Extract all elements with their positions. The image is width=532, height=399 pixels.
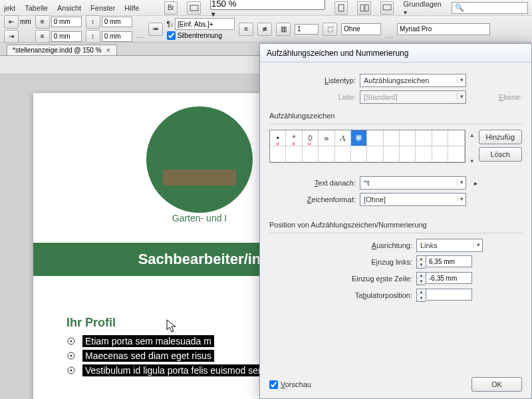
- glyph-cell[interactable]: •u: [270, 130, 286, 146]
- text-after-input[interactable]: ^t▾: [360, 176, 466, 190]
- glyph-cell[interactable]: [384, 146, 400, 162]
- scroll-down-icon[interactable]: ▼: [469, 158, 475, 164]
- preview-label: Vorschau: [281, 380, 311, 388]
- glyph-cell[interactable]: [448, 146, 464, 162]
- list-label: Liste:: [269, 93, 356, 101]
- svg-point-10: [70, 370, 72, 372]
- menu-item[interactable]: Ansicht: [57, 4, 81, 12]
- space-input[interactable]: [102, 17, 132, 27]
- glyph-cell[interactable]: [432, 130, 448, 146]
- first-indent-icon[interactable]: ≡: [35, 15, 50, 29]
- screen-mode-icon[interactable]: [380, 1, 394, 15]
- glyph-cell[interactable]: A: [335, 130, 351, 146]
- listtype-select[interactable]: Aufzählungszeichen▾: [360, 74, 466, 87]
- zoom-input[interactable]: [210, 0, 325, 10]
- flyout-icon[interactable]: ▸: [474, 180, 477, 187]
- search-field[interactable]: 🔍: [452, 2, 528, 14]
- glyph-cell[interactable]: [351, 146, 367, 162]
- glyph-cell[interactable]: [367, 130, 383, 146]
- alignment-label: Ausrichtung:: [269, 241, 412, 249]
- list-select: [Standard]▾: [360, 90, 466, 104]
- zoom-field[interactable]: ▼: [210, 0, 325, 18]
- tabpos-input[interactable]: [426, 289, 472, 301]
- stock-icon[interactable]: [187, 1, 201, 15]
- menubar: jekt Tabelle Ansicht Fenster Hilfe Br ▼ …: [0, 0, 532, 16]
- span-select[interactable]: Ohne: [341, 23, 381, 35]
- columns-icon[interactable]: ▥: [276, 23, 291, 36]
- spin-down-icon[interactable]: ▼: [417, 295, 426, 301]
- menu-item[interactable]: Hilfe: [124, 4, 139, 12]
- spin-down-icon[interactable]: ▼: [417, 262, 426, 268]
- first-indent-field[interactable]: ▲▼: [416, 272, 472, 285]
- charformat-select[interactable]: [Ohne]▾: [360, 193, 466, 206]
- glyph-cell[interactable]: [416, 146, 432, 162]
- spin-up-icon[interactable]: ▲: [417, 273, 426, 279]
- delete-button[interactable]: Lösch: [479, 147, 522, 162]
- space-before-icon[interactable]: ↕: [86, 15, 100, 29]
- control-panel: ⇤mm ⇥ ≡ ≡ ↕ ↕ ≔ ¶↓[Einf. Abs.]+ Silbentr…: [0, 16, 532, 43]
- hyphenation-checkbox[interactable]: [167, 31, 176, 40]
- add-button[interactable]: Hinzufüg: [479, 130, 522, 144]
- bullets-icon[interactable]: ≔: [148, 23, 163, 36]
- charformat-label: Zeichenformat:: [269, 196, 356, 203]
- baseline-off-icon[interactable]: ≢: [257, 23, 272, 36]
- span-icon[interactable]: ⬚: [323, 23, 337, 36]
- menu-item[interactable]: Tabelle: [25, 4, 48, 12]
- columns-input[interactable]: [295, 24, 319, 35]
- glyph-cell[interactable]: »: [319, 130, 334, 146]
- spin-down-icon[interactable]: ▼: [417, 279, 426, 285]
- glyph-cell[interactable]: [400, 130, 416, 146]
- preview-checkbox[interactable]: [269, 380, 278, 389]
- glyph-cell[interactable]: [416, 130, 432, 146]
- glyph-grid[interactable]: •u *u ◊u » A ❋: [269, 130, 466, 163]
- glyph-cell[interactable]: [270, 146, 286, 162]
- spin-up-icon[interactable]: ▲: [417, 256, 426, 262]
- baseline-grid-icon[interactable]: ≡: [239, 23, 253, 36]
- scroll-up-icon[interactable]: ▲: [469, 132, 475, 138]
- ok-button[interactable]: OK: [471, 377, 522, 392]
- indent-left-icon[interactable]: ⇤: [4, 15, 19, 29]
- svg-rect-3: [365, 5, 368, 11]
- glyph-cell-selected[interactable]: ❋: [351, 130, 367, 146]
- glyph-cell[interactable]: ◊u: [303, 130, 319, 146]
- glyph-cell[interactable]: [448, 130, 464, 146]
- indent-input[interactable]: [51, 31, 82, 42]
- alignment-select[interactable]: Links▾: [416, 239, 483, 252]
- paragraph-style-select[interactable]: [Einf. Abs.]+: [175, 18, 235, 30]
- space-input[interactable]: [102, 31, 132, 42]
- tabpos-field[interactable]: ▲▼: [416, 289, 472, 302]
- glyph-cell[interactable]: [384, 130, 400, 146]
- view-mode-icon[interactable]: [334, 1, 348, 15]
- glyph-cell[interactable]: [335, 146, 351, 162]
- profile-section: Ihr Profil Etiam porta sem malesuada m M…: [66, 316, 282, 379]
- glyph-cell[interactable]: [367, 146, 383, 162]
- menu-item[interactable]: Fenster: [90, 4, 115, 12]
- glyph-cell[interactable]: *u: [286, 130, 302, 146]
- glyph-cell[interactable]: [319, 146, 334, 162]
- menu-item[interactable]: jekt: [4, 4, 15, 12]
- position-group-label: Position von Aufzählungszeichen/Nummerie…: [269, 221, 522, 229]
- list-item: Maecenas sed diam eget risus: [66, 350, 282, 362]
- glyph-cell[interactable]: [400, 146, 416, 162]
- indent-left-field[interactable]: ▲▼: [416, 255, 472, 269]
- bridge-icon[interactable]: Br: [164, 1, 178, 15]
- font-select[interactable]: Myriad Pro: [397, 23, 490, 35]
- spin-up-icon[interactable]: ▲: [417, 289, 426, 295]
- last-indent-icon[interactable]: ≡: [35, 30, 50, 43]
- indent-input[interactable]: [51, 17, 82, 27]
- workspace-selector[interactable]: Grundlagen ▾: [404, 0, 446, 16]
- close-icon[interactable]: ✕: [106, 47, 111, 54]
- tabpos-label: Tabulatorposition:: [269, 291, 412, 299]
- bullets-group-label: Aufzählungszeichen: [269, 112, 522, 120]
- first-indent-input[interactable]: [426, 272, 472, 284]
- glyph-cell[interactable]: [432, 146, 448, 162]
- glyph-cell[interactable]: [303, 146, 319, 162]
- document-tab[interactable]: *stellenanzeige.indd @ 150 % ✕: [7, 45, 117, 55]
- profile-heading: Ihr Profil: [66, 316, 282, 330]
- list-item: Etiam porta sem malesuada m: [66, 335, 282, 347]
- indent-left-input[interactable]: [426, 255, 472, 267]
- glyph-cell[interactable]: [286, 146, 302, 162]
- space-after-icon[interactable]: ↕: [86, 30, 100, 43]
- indent-right-icon[interactable]: ⇥: [4, 30, 19, 43]
- arrange-icon[interactable]: [357, 1, 371, 15]
